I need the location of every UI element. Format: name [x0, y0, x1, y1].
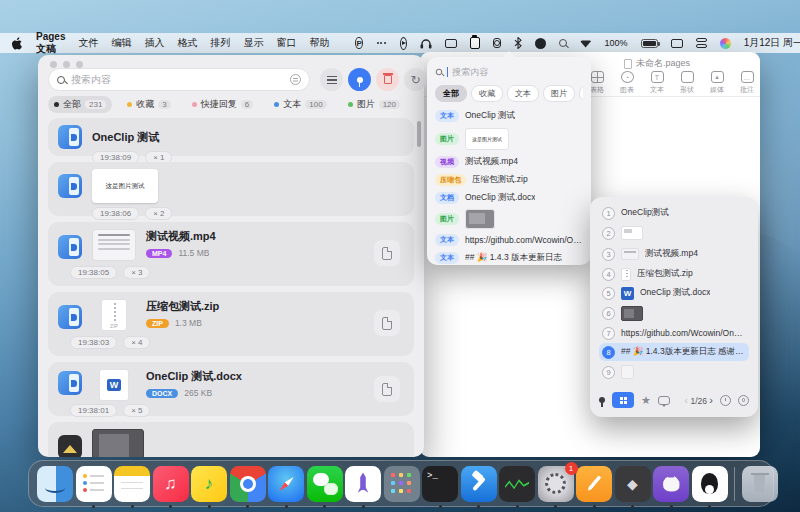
dock-icon-launchpad[interactable] [384, 466, 420, 502]
more-icon[interactable] [376, 37, 387, 50]
pages-window-titlebar[interactable]: 未命名.pages [570, 57, 744, 70]
popup-row[interactable]: 视频 测试视频.mp4 [435, 154, 583, 170]
pages-tool-comment[interactable]: …批注 [740, 71, 754, 95]
clock-icon[interactable] [720, 395, 731, 406]
clipboard-item-video[interactable]: 测试视频.mp4 MP4 11.5 MB 19:38:05 × 3 [48, 222, 414, 286]
popup-row[interactable]: 压缩包 压缩包测试.zip [435, 172, 583, 188]
screen-mirroring-icon[interactable] [671, 39, 683, 48]
grid-view-button[interactable] [612, 392, 634, 408]
filter-chip-quick-reply[interactable]: 快捷回复6 [186, 96, 259, 113]
quick-item-1[interactable]: 1 OneClip测试 [599, 205, 749, 221]
menu-arrange[interactable]: 排列 [210, 36, 230, 50]
dock-icon-qq[interactable] [692, 466, 728, 502]
dock-icon-finder[interactable] [37, 466, 73, 502]
zoom-window-button[interactable] [76, 61, 83, 68]
dock-icon-wechat[interactable] [307, 466, 343, 502]
pages-tool-chart[interactable]: ◔图表 [620, 71, 634, 95]
quick-item-2[interactable]: 2 [599, 223, 749, 243]
pages-tool-text[interactable]: T文本 [650, 71, 664, 95]
screen-record-icon[interactable] [493, 38, 501, 48]
compass-icon[interactable] [535, 38, 546, 49]
apple-menu-icon[interactable] [12, 37, 23, 50]
open-file-button[interactable] [374, 240, 400, 266]
popup-tab-docs[interactable]: 文档 [579, 85, 583, 102]
dock-icon-activity-monitor[interactable] [499, 466, 535, 502]
quick-item-8-selected[interactable]: 8 ## 🎉 1.4.3版本更新日志 感谢每一位曾经和未... [599, 343, 749, 361]
quick-item-7[interactable]: 7 https://github.com/Wcowin/OneClip/rele… [599, 325, 749, 341]
menu-help[interactable]: 帮助 [309, 36, 329, 50]
popup-row[interactable]: 图片 [435, 208, 583, 230]
dock-icon-cube[interactable]: ◆ [615, 466, 651, 502]
clipboard-icon[interactable] [470, 37, 480, 49]
popup-tab-image[interactable]: 图片 [543, 85, 575, 102]
dock-icon-terminal[interactable]: >_ [422, 466, 458, 502]
dock-icon-qq-music[interactable]: ♪ [191, 466, 227, 502]
settings-icon[interactable] [738, 395, 749, 406]
popup-row[interactable]: 文本 https://github.com/Wcowin/OneClip/r..… [435, 232, 583, 248]
scrollbar-thumb[interactable] [417, 121, 421, 147]
filter-chip-docs[interactable]: 文档5 [415, 96, 420, 113]
search-icon[interactable] [559, 39, 567, 47]
filter-chip-text[interactable]: 文本100 [268, 96, 332, 113]
open-file-button[interactable] [374, 310, 400, 336]
close-window-button[interactable] [50, 61, 57, 68]
star-icon[interactable]: ★ [641, 394, 651, 407]
menu-format[interactable]: 格式 [177, 36, 197, 50]
quick-item-6[interactable]: 6 [599, 303, 749, 323]
chat-icon[interactable] [658, 396, 670, 405]
quick-item-4[interactable]: 4 压缩包测试.zip [599, 265, 749, 283]
pin-button[interactable] [348, 68, 371, 91]
dock-icon-music[interactable]: ♫ [153, 466, 189, 502]
dock-icon-chrome[interactable] [230, 466, 266, 502]
active-app-name[interactable]: Pages文稿 [36, 31, 65, 56]
quick-item-3[interactable]: 3 测试视频.mp4 [599, 245, 749, 263]
clear-button[interactable] [376, 68, 399, 91]
pages-tool-table[interactable]: 表格 [590, 71, 604, 95]
dock-icon-xcode[interactable] [461, 466, 497, 502]
display-icon[interactable] [445, 39, 457, 48]
dock-icon-safari[interactable] [268, 466, 304, 502]
assistant-icon[interactable] [720, 38, 731, 49]
quick-item-5[interactable]: 5 W OneClip 测试.docx [599, 285, 749, 301]
clipboard-item-screenshot[interactable] [48, 422, 414, 457]
dock-icon-reminders[interactable] [76, 466, 112, 502]
filter-chip-favorites[interactable]: 收藏3 [121, 96, 176, 113]
dock-icon-github-desktop[interactable] [653, 466, 689, 502]
parallels-icon[interactable]: P [355, 37, 362, 49]
next-page-icon[interactable]: › [709, 394, 713, 406]
popup-tab-favorites[interactable]: 收藏 [471, 85, 503, 102]
popup-row[interactable]: 文本 ## 🎉 1.4.3 版本更新日志 [435, 250, 583, 266]
menu-view[interactable]: 显示 [243, 36, 263, 50]
clipboard-item-archive[interactable]: 压缩包测试.zip ZIP 1.3 MB 19:38:03 × 4 [48, 292, 414, 356]
quick-item-9[interactable]: 9 [599, 363, 749, 381]
control-center-icon[interactable] [696, 37, 707, 50]
popup-row[interactable]: 文本 OneClip 测试 [435, 108, 583, 124]
prev-page-icon[interactable]: ‹ [684, 394, 688, 406]
popup-tab-text[interactable]: 文本 [507, 85, 539, 102]
open-file-button[interactable] [374, 376, 400, 402]
menu-edit[interactable]: 编辑 [111, 36, 131, 50]
popup-row[interactable]: 图片 这是图片测试 [435, 126, 583, 152]
list-view-button[interactable] [320, 68, 343, 91]
filter-tune-icon[interactable] [290, 74, 301, 85]
bluetooth-icon[interactable] [514, 37, 522, 50]
popup-tab-all[interactable]: 全部 [435, 85, 467, 102]
wifi-icon[interactable] [580, 39, 592, 48]
clipboard-item-docx[interactable]: W OneClip 测试.docx DOCX 265 KB 19:38:01 ×… [48, 362, 414, 416]
pages-tool-media[interactable]: ▴媒体 [710, 71, 724, 95]
menu-window[interactable]: 窗口 [276, 36, 296, 50]
menu-file[interactable]: 文件 [78, 36, 98, 50]
clipboard-item-text[interactable]: OneClip 测试 19:38:09 × 1 [48, 118, 414, 156]
headphones-icon[interactable] [420, 37, 432, 50]
filter-chip-all[interactable]: 全部231 [48, 96, 112, 113]
dock-icon-system-settings[interactable]: 1 [538, 466, 574, 502]
dock-icon-rocket[interactable] [345, 466, 381, 502]
menu-bar-clock[interactable]: 1月12日 周一 19:39:36 [744, 36, 800, 50]
menu-insert[interactable]: 插入 [144, 36, 164, 50]
history-button[interactable]: ↻ [404, 68, 427, 91]
search-input[interactable]: 搜索内容 [48, 68, 310, 91]
play-circle-icon[interactable] [400, 37, 407, 50]
minimize-window-button[interactable] [63, 61, 70, 68]
pin-icon[interactable] [599, 397, 605, 403]
dock-icon-notes[interactable] [114, 466, 150, 502]
